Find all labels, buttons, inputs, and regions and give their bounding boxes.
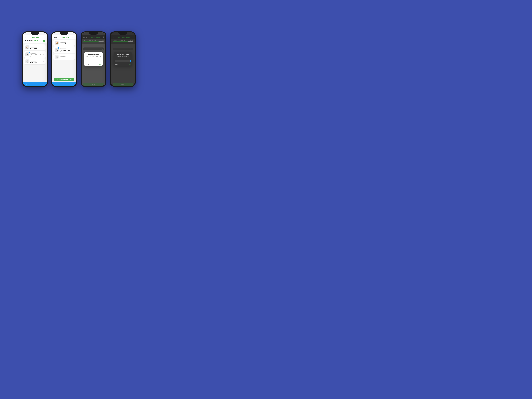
cancel-button-2[interactable]: Cancel xyxy=(54,37,58,38)
phone-1-screen: Cancel Devices List ? We have found 4 de… xyxy=(23,32,47,86)
device-info-micromodule-1: Not paired Micromodule Switch x6 xyxy=(30,52,42,57)
device-card-micromodule-2[interactable]: 🔌 ✓ Not paired Micromodule Switch x6 ⋮ xyxy=(53,46,75,53)
device-info-home-touch-1: Not installed Home touch xyxy=(30,46,44,49)
modal-done-button-4[interactable]: Done xyxy=(128,63,131,65)
phone-2: Cancel Devices List ? 🏠 Not installed Ho… xyxy=(51,32,77,87)
help-button-2[interactable]: ? xyxy=(72,36,74,38)
device-card-micromodule-1[interactable]: 🔌 ✓ Not paired Micromodule Switch x6 ⋮ xyxy=(24,51,45,58)
nav-title-2: Devices List xyxy=(62,37,69,38)
device-card-home-touch-1[interactable]: 🏠 Not installed Home touch xyxy=(24,44,45,50)
more-menu-micro-2[interactable]: ⋮ xyxy=(72,49,74,51)
device-count-micro-1: x6 xyxy=(30,56,31,57)
screen-body-1: We have found 4 devices You need to pair… xyxy=(23,39,47,82)
phone-4-screen: Cancel Home Touch Update ? Home touch up… xyxy=(111,32,135,86)
status-badge-not-installed-2: Not installed xyxy=(60,42,66,43)
status-badge-not-paired-relay-1: Not paired xyxy=(30,61,36,62)
bottom-toast-1: You just have deleted Thermostat UNDO xyxy=(23,82,47,86)
found-sub: You need to pair the hub first xyxy=(25,42,38,42)
device-name-home-touch-1: Home touch xyxy=(30,48,44,49)
device-badge-micromodule-1: ✓ xyxy=(29,52,30,53)
modal-box-4: Custom room's name You can personalize t… xyxy=(114,52,132,66)
device-name-micromodule-2: Micromodule Switch x6 xyxy=(60,50,71,52)
nav-bar-1: Cancel Devices List ? xyxy=(23,35,47,39)
device-icon-micromodule-2: 🔌 ✓ xyxy=(55,48,59,52)
undo-button-2[interactable]: UNDO xyxy=(71,83,74,85)
status-badge-not-paired-micro-2: Not paired xyxy=(60,48,66,49)
nav-bar-2: Cancel Devices List ? xyxy=(52,35,76,39)
toast-text-2: You just have deleted Thermostat xyxy=(54,83,69,85)
undo-button-1[interactable]: UNDO xyxy=(42,83,45,85)
add-device-button[interactable]: + xyxy=(43,40,45,43)
phone-2-screen: Cancel Devices List ? 🏠 Not installed Ho… xyxy=(52,32,76,86)
more-menu-micro-1[interactable]: ⋮ xyxy=(43,54,44,55)
more-menu-relay-1[interactable]: ⋮ xyxy=(43,61,44,62)
modal-input-4[interactable] xyxy=(115,60,131,62)
phones-container: Cancel Devices List ? We have found 4 de… xyxy=(19,26,138,92)
phone-3-screen: Cancel Home Touch Update ? Home touch up… xyxy=(82,32,105,86)
more-menu-relay-2[interactable]: ⋮ xyxy=(72,56,74,58)
device-info-micromodule-2: Not paired Micromodule Switch x6 xyxy=(60,47,71,52)
device-name-home-touch-2: Home touch xyxy=(60,43,74,44)
screen-body-2: 🏠 Not installed Home touch 🔌 ✓ xyxy=(52,39,76,82)
modal-input-3[interactable] xyxy=(86,60,101,62)
modal-overlay-4: Custom room's name You can personalize t… xyxy=(111,32,135,86)
cancel-button-1[interactable]: Cancel xyxy=(25,37,28,38)
modal-buttons-3: Cancel Done xyxy=(86,63,101,65)
modal-buttons-4: Cancel Done xyxy=(115,63,131,65)
nav-title-1: Devices List xyxy=(32,37,39,38)
device-badge-micromodule-2: ✓ xyxy=(58,47,59,49)
device-card-relay-2[interactable]: ⚪ Not paired Relay Switch ⋮ xyxy=(53,54,75,60)
status-badge-not-paired-micro-1: Not paired xyxy=(30,53,36,54)
modal-title-4: Custom room's name xyxy=(115,54,131,55)
device-info-relay-2: Not paired Relay Switch xyxy=(60,55,71,58)
device-icon-home-touch-1: 🏠 xyxy=(25,45,29,49)
help-button-1[interactable]: ? xyxy=(43,36,45,38)
device-icon-micromodule-1: 🔌 ✓ xyxy=(25,52,29,57)
phone-3: Cancel Home Touch Update ? Home touch up… xyxy=(81,32,106,87)
modal-done-button-3[interactable]: Done xyxy=(99,63,101,65)
device-name-relay-2: Relay Switch xyxy=(60,57,71,58)
status-badge-not-installed-1: Not installed xyxy=(30,47,37,48)
modal-sub-4: You can personalize the name of the room xyxy=(115,56,131,58)
modal-box-3: Custom room's name You can personalize t… xyxy=(84,52,103,66)
device-name-micromodule-1: Micromodule Switch x6 xyxy=(30,54,42,57)
modal-overlay-3: Custom room's name You can personalize t… xyxy=(82,32,105,86)
device-icon-relay-2: ⚪ xyxy=(55,55,59,59)
device-info-relay-1: Not paired Relay Switch xyxy=(30,60,42,63)
phone-4: Cancel Home Touch Update ? Home touch up… xyxy=(110,32,136,87)
device-icon-relay-1: ⚪ xyxy=(25,59,29,63)
notch-2 xyxy=(60,32,69,35)
device-count-micro-2: x6 xyxy=(60,51,61,52)
modal-cancel-button-3[interactable]: Cancel xyxy=(86,63,89,65)
device-name-relay-1: Relay Switch xyxy=(30,62,42,63)
notch-3 xyxy=(89,32,98,35)
device-icon-home-touch-2: 🏠 xyxy=(55,41,59,45)
device-card-home-touch-2[interactable]: 🏠 Not installed Home touch xyxy=(53,40,75,46)
notch-1 xyxy=(31,32,39,35)
notch-4 xyxy=(119,32,127,35)
found-banner: We have found 4 devices You need to pair… xyxy=(23,39,47,44)
toast-text-1: You just have deleted Thermostat xyxy=(25,83,39,85)
device-list-1: 🏠 Not installed Home touch 🔌 ✓ xyxy=(23,44,47,82)
modal-cancel-button-4[interactable]: Cancel xyxy=(115,63,119,65)
phone-1: Cancel Devices List ? We have found 4 de… xyxy=(22,32,48,87)
status-badge-not-paired-relay-2: Not paired xyxy=(60,56,66,57)
bottom-toast-2: You just have deleted Thermostat UNDO xyxy=(52,82,76,86)
device-card-relay-1[interactable]: ⚪ Not paired Relay Switch ⋮ xyxy=(24,58,45,64)
modal-sub-3: You can personalize the name of the room xyxy=(86,56,101,58)
device-list-2: 🏠 Not installed Home touch 🔌 ✓ xyxy=(52,39,76,76)
start-pairing-button[interactable]: Start pairing the Home Touch xyxy=(54,78,74,81)
modal-title-3: Custom room's name xyxy=(86,54,101,55)
found-text: We have found 4 devices xyxy=(25,40,38,41)
device-info-home-touch-2: Not installed Home touch xyxy=(60,41,74,44)
device-count-highlight: 4 devices xyxy=(33,40,38,41)
